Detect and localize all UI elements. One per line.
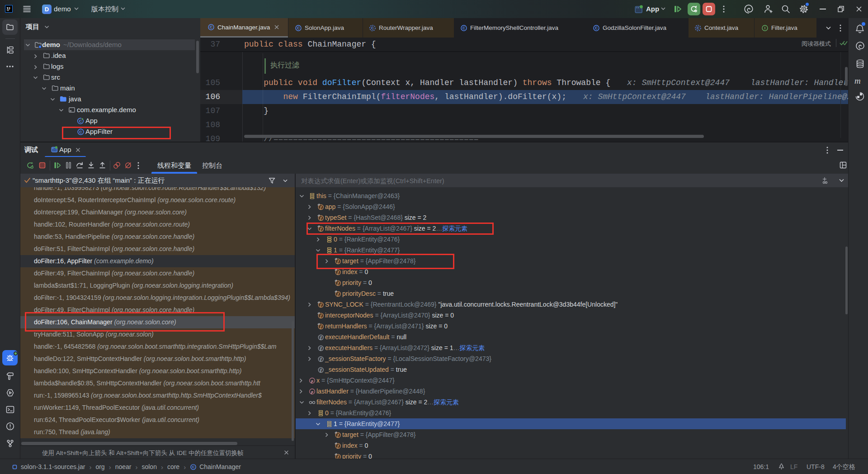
svg-text:C: C <box>595 26 598 30</box>
svg-text:C: C <box>192 465 195 469</box>
svg-text:p: p <box>311 389 313 394</box>
svg-text:C: C <box>371 26 374 30</box>
svg-text:C: C <box>210 25 212 29</box>
svg-text:p: p <box>311 379 313 383</box>
svg-text:I: I <box>764 26 765 30</box>
svg-text:C: C <box>297 26 300 30</box>
svg-text:C: C <box>462 26 465 30</box>
svg-text:C: C <box>697 26 699 30</box>
